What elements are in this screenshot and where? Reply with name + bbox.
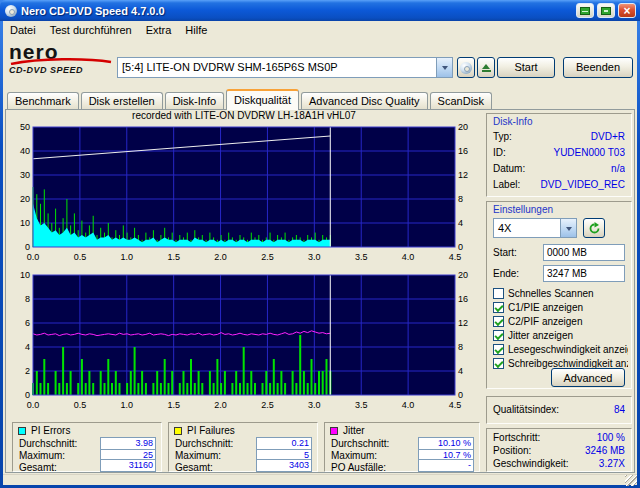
green-tool-icon-1 xyxy=(580,7,590,15)
stat-label: Maximum: xyxy=(175,450,221,461)
checkbox-label: Lesegeschwindigkeit anzeigen xyxy=(508,344,628,355)
svg-text:4.5: 4.5 xyxy=(449,252,462,262)
svg-text:0: 0 xyxy=(25,242,30,252)
close-button[interactable]: × xyxy=(618,3,636,18)
svg-text:20: 20 xyxy=(20,194,30,204)
drive-select-dropdown-button[interactable] xyxy=(436,58,452,77)
diskqualitaet-panel: recorded with LITE-ON DVDRW LH-18A1H vHL… xyxy=(5,109,635,473)
speed-label: Geschwindigkeit: xyxy=(493,458,569,469)
checkbox-icon[interactable] xyxy=(493,358,504,369)
svg-text:2: 2 xyxy=(25,366,30,376)
menu-test-durchfuehren[interactable]: Test durchführen xyxy=(43,23,139,37)
tab-diskqualitaet[interactable]: Diskqualität xyxy=(226,89,299,110)
resize-grip[interactable] xyxy=(625,475,637,486)
svg-text:40: 40 xyxy=(20,146,30,156)
svg-text:10: 10 xyxy=(20,218,30,228)
info-value: DVD_VIDEO_REC xyxy=(541,179,625,190)
svg-text:30: 30 xyxy=(20,170,30,180)
stat-label: PO Ausfälle: xyxy=(331,462,386,473)
menu-bar: Datei Test durchführen Extra Hilfe xyxy=(3,21,637,38)
refresh-icon xyxy=(588,222,601,235)
menu-datei[interactable]: Datei xyxy=(3,23,43,37)
advanced-button[interactable]: Advanced xyxy=(551,368,625,387)
info-label: Label: xyxy=(493,179,520,190)
jitter-stats-box: Jitter Durchschnitt: 10.10 % Maximum: 10… xyxy=(324,422,480,472)
scan-start-label: Start: xyxy=(493,247,517,258)
scan-speed-value: 4X xyxy=(494,219,560,237)
status-text xyxy=(3,481,7,488)
svg-text:0: 0 xyxy=(458,242,463,252)
svg-text:1.5: 1.5 xyxy=(167,252,180,262)
chevron-down-icon xyxy=(442,66,448,73)
svg-text:1.0: 1.0 xyxy=(121,400,134,410)
tab-bar: Benchmark Disk erstellen Disk-Info Diskq… xyxy=(7,89,494,110)
close-icon: × xyxy=(623,5,630,17)
app-icon xyxy=(4,4,18,18)
nero-logo-subtext: CD-DVD SPEED xyxy=(9,65,115,75)
svg-text:6: 6 xyxy=(25,318,30,328)
svg-text:4.5: 4.5 xyxy=(449,400,462,410)
tab-benchmark[interactable]: Benchmark xyxy=(7,92,79,110)
quality-index-value: 84 xyxy=(614,404,625,415)
titlebar-tool-button-2[interactable] xyxy=(597,3,615,18)
drive-select[interactable]: [5:4] LITE-ON DVDRW SHM-165P6S MS0P xyxy=(117,57,453,78)
info-label: Typ: xyxy=(493,131,512,142)
start-button[interactable]: Start xyxy=(497,57,555,78)
speed-value: 3.27X xyxy=(599,458,625,469)
status-bar xyxy=(3,474,637,485)
pi-failures-legend-icon xyxy=(174,427,182,435)
svg-text:3.0: 3.0 xyxy=(308,400,321,410)
stat-label: Durchschnitt: xyxy=(19,438,77,449)
pi-failures-stats-title: PI Failures xyxy=(187,425,235,436)
tab-scandisk[interactable]: ScanDisk xyxy=(430,92,492,110)
menu-hilfe[interactable]: Hilfe xyxy=(178,23,214,37)
drive-select-value: [5:4] LITE-ON DVDRW SHM-165P6S MS0P xyxy=(118,58,436,77)
svg-text:2.5: 2.5 xyxy=(261,400,274,410)
scan-speed-select[interactable]: 4X xyxy=(493,218,577,238)
checkbox-icon[interactable] xyxy=(493,316,504,327)
svg-text:2.0: 2.0 xyxy=(214,400,227,410)
svg-text:4: 4 xyxy=(458,366,463,376)
svg-text:20: 20 xyxy=(458,124,468,132)
tab-advanced-disc-quality[interactable]: Advanced Disc Quality xyxy=(301,92,428,110)
tab-disk-erstellen[interactable]: Disk erstellen xyxy=(81,92,163,110)
svg-text:50: 50 xyxy=(20,124,30,132)
checkbox-icon[interactable] xyxy=(493,302,504,313)
info-value: DVD+R xyxy=(591,131,625,142)
position-label: Position: xyxy=(493,445,531,456)
tab-disk-info[interactable]: Disk-Info xyxy=(165,92,224,110)
scan-start-field[interactable]: 0000 MB xyxy=(543,244,625,261)
client-area: Datei Test durchführen Extra Hilfe nero … xyxy=(3,21,637,485)
menu-extra[interactable]: Extra xyxy=(139,23,179,37)
quality-index-label: Qualitätsindex: xyxy=(493,404,559,415)
info-value: YUDEN000 T03 xyxy=(553,147,625,158)
quit-button[interactable]: Beenden xyxy=(563,57,633,78)
svg-text:2.0: 2.0 xyxy=(214,252,227,262)
disc-icon xyxy=(5,5,17,17)
info-value: n/a xyxy=(611,163,625,174)
title-bar[interactable]: Nero CD-DVD Speed 4.7.0.0 × xyxy=(0,0,640,21)
svg-text:0.5: 0.5 xyxy=(74,252,87,262)
svg-text:0.0: 0.0 xyxy=(27,252,40,262)
settings-header: Einstellungen xyxy=(493,204,553,215)
disc-info-button[interactable] xyxy=(457,57,475,78)
stat-label: Durchschnitt: xyxy=(175,438,233,449)
window-title: Nero CD-DVD Speed 4.7.0.0 xyxy=(21,5,573,17)
checkbox-icon[interactable] xyxy=(493,288,504,299)
progress-value: 100 % xyxy=(597,432,625,443)
pi-failures-jitter-chart: 10864202016128400.00.51.01.52.02.53.03.5… xyxy=(6,272,480,418)
checkbox-icon[interactable] xyxy=(493,330,504,341)
titlebar-tool-button-1[interactable] xyxy=(576,3,594,18)
svg-text:20: 20 xyxy=(458,272,468,280)
svg-text:8: 8 xyxy=(458,342,463,352)
eject-button[interactable] xyxy=(477,57,495,78)
stat-value: - xyxy=(418,459,474,472)
checkbox-icon[interactable] xyxy=(493,344,504,355)
refresh-speed-button[interactable] xyxy=(583,218,605,238)
jitter-stats-title: Jitter xyxy=(343,425,365,436)
scan-speed-dropdown-button[interactable] xyxy=(560,219,576,237)
svg-text:0.5: 0.5 xyxy=(74,400,87,410)
svg-text:1.5: 1.5 xyxy=(167,400,180,410)
scan-end-field[interactable]: 3247 MB xyxy=(543,265,625,282)
svg-text:3.5: 3.5 xyxy=(355,252,368,262)
